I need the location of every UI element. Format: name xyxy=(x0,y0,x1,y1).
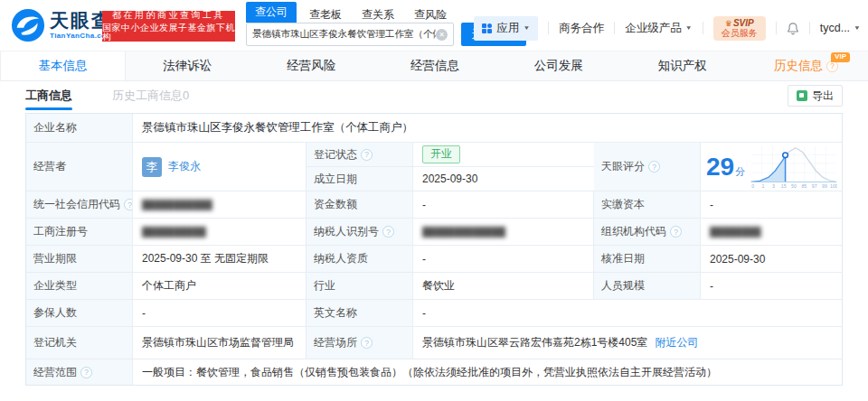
search-input[interactable] xyxy=(252,29,436,40)
tab-basic-info[interactable]: 基本信息 xyxy=(0,51,126,80)
table-row-authority: 登记机关 景德镇市珠山区市场监督管理局 经营场所? 景德镇市珠山区翠云路宏伟嘉苑… xyxy=(26,327,842,359)
search-tab-company[interactable]: 查公司 xyxy=(246,2,297,23)
svip-line2: 会员服务 xyxy=(722,28,758,39)
help-icon[interactable]: ? xyxy=(361,149,373,161)
help-icon[interactable]: ? xyxy=(382,226,394,238)
svg-text:1: 1 xyxy=(762,183,765,189)
tianyancha-logo[interactable]: 天眼查 TianYanCha.com xyxy=(11,8,113,42)
tab-history-info[interactable]: 历史信息 ? VIP xyxy=(744,51,868,80)
org-code-value: ████████ xyxy=(701,219,842,246)
search-tab-boss[interactable]: 查老板 xyxy=(309,7,342,23)
field-label: 天眼评分? xyxy=(594,143,701,191)
field-label: 统一社会信用代码? xyxy=(26,191,133,219)
field-label: 人员规模 xyxy=(594,273,701,300)
tab-history-label: 历史信息 xyxy=(774,58,823,74)
tab-intellectual-property[interactable]: 知识产权 xyxy=(620,51,744,80)
table-row-credit-code: 统一社会信用代码? ███████████ 资金数额 - 实缴资本 - xyxy=(26,191,842,219)
export-icon xyxy=(797,90,807,101)
operator-name-link[interactable]: 李俊永 xyxy=(168,159,201,174)
field-label: 组织机构代码? xyxy=(594,219,701,246)
chevron-down-icon: ▼ xyxy=(854,24,861,31)
score-distribution-chart: 0 1 3 15 50 85 97 99 100 xyxy=(750,145,837,190)
taxpayer-id-value: █████████████ xyxy=(413,219,594,246)
table-row-company-type: 企业类型 个体工商户 行业 餐饮业 人员规模 - xyxy=(26,273,842,300)
table-row: 成立日期 2025-09-30 xyxy=(307,167,594,191)
svg-text:0: 0 xyxy=(751,183,754,189)
svip-member-badge[interactable]: ♛SVIP 会员服务 xyxy=(713,16,766,41)
credit-code-value: ███████████ xyxy=(133,191,307,219)
help-icon[interactable]: ? xyxy=(648,161,660,173)
registration-authority-value: 景德镇市珠山区市场监督管理局 xyxy=(133,327,307,359)
enterprise-products-menu[interactable]: 企业级产品 ▼ xyxy=(625,21,692,36)
help-icon[interactable]: ? xyxy=(124,199,133,210)
score-unit: 分 xyxy=(735,165,745,179)
tab-company-development[interactable]: 公司发展 xyxy=(496,51,620,80)
apps-label: 应用 xyxy=(496,21,519,36)
main-tab-bar: 基本信息 法律诉讼 经营风险 经营信息 公司发展 知识产权 历史信息 ? VIP xyxy=(0,51,868,81)
status-badge: 开业 xyxy=(422,145,460,163)
field-label: 经营范围? xyxy=(26,359,133,385)
tab-operating-risk[interactable]: 经营风险 xyxy=(250,51,373,80)
apps-menu[interactable]: 应用 ▼ xyxy=(474,16,538,41)
nearby-companies-link[interactable]: 附近公司 xyxy=(655,335,698,350)
enterprise-products-label: 企业级产品 xyxy=(625,21,682,36)
help-icon[interactable]: ? xyxy=(80,367,92,378)
field-label: 经营者 xyxy=(26,143,133,191)
operator-value: 李 李俊永 xyxy=(133,143,307,191)
search-tab-relation[interactable]: 查关系 xyxy=(362,7,394,23)
field-label: 参保人数 xyxy=(26,300,133,327)
table-row: 登记状态? 开业 xyxy=(307,143,594,167)
help-icon[interactable]: ? xyxy=(361,337,373,349)
tianyancha-logo-icon xyxy=(11,8,45,42)
svg-text:85: 85 xyxy=(802,183,807,189)
user-menu[interactable]: tycd... ▼ xyxy=(820,22,861,34)
staff-size-value: - xyxy=(701,273,842,300)
business-premises-value: 景德镇市珠山区翠云路宏伟嘉苑2栋1号楼405室 附近公司 xyxy=(413,327,842,359)
divider xyxy=(776,22,777,34)
field-label: 营业期限 xyxy=(26,246,133,273)
help-icon[interactable]: ? xyxy=(670,226,682,238)
slogan-banner: 都在用的商业查询工具 国家中小企业发展子基金旗下机构 xyxy=(102,11,235,42)
field-label: 登记机关 xyxy=(26,327,133,359)
chevron-down-icon: ▼ xyxy=(523,24,530,31)
svip-line1: ♛SVIP xyxy=(722,18,758,29)
business-cooperation-link[interactable]: 商务合作 xyxy=(559,21,604,36)
subtab-history-registration-info[interactable]: 历史工商信息0 xyxy=(112,81,189,110)
header-right-nav: 应用 ▼ 商务合作 企业级产品 ▼ ♛SVIP 会员服务 xyxy=(474,14,861,42)
notification-bell-icon[interactable] xyxy=(787,22,799,35)
capital-value: - xyxy=(413,191,594,219)
vip-badge: VIP xyxy=(831,52,850,62)
divider xyxy=(703,22,703,34)
insured-count-value: - xyxy=(133,300,307,327)
divider xyxy=(614,22,615,34)
subtab-registration-info[interactable]: 工商信息 xyxy=(25,81,72,110)
chevron-down-icon: ▼ xyxy=(685,24,693,31)
registration-status-value: 开业 xyxy=(413,143,594,167)
top-header: 天眼查 TianYanCha.com 都在用的商业查询工具 国家中小企业发展子基… xyxy=(0,0,868,51)
field-label: 企业类型 xyxy=(26,273,133,300)
search-tab-risk[interactable]: 查风险 xyxy=(414,7,447,23)
table-row-insured: 参保人数 - 英文名称 - xyxy=(26,300,842,327)
table-row-reg-number: 工商注册号 ██████████ 纳税人识别号? █████████████ 组… xyxy=(26,219,842,246)
tab-business-info[interactable]: 经营信息 xyxy=(373,51,497,80)
industry-value: 餐饮业 xyxy=(413,273,594,300)
svg-text:50: 50 xyxy=(791,183,797,189)
avatar: 李 xyxy=(142,157,162,177)
approval-date-value: 2025-09-30 xyxy=(701,246,842,273)
business-scope-value: 一般项目：餐饮管理，食品销售（仅销售预包装食品）（除依法须经批准的项目外，凭营业… xyxy=(133,359,842,385)
tianyan-score-value[interactable]: 29 分 0 xyxy=(701,143,842,191)
tab-legal-proceedings[interactable]: 法律诉讼 xyxy=(126,51,250,80)
field-label: 资金数额 xyxy=(307,191,413,219)
table-row-company-name: 企业名称 景德镇市珠山区李俊永餐饮管理工作室（个体工商户） xyxy=(26,114,842,143)
username: tycd... xyxy=(820,22,850,34)
company-name-value: 景德镇市珠山区李俊永餐饮管理工作室（个体工商户） xyxy=(133,114,842,143)
clear-icon[interactable]: ✕ xyxy=(436,29,448,41)
table-row-business-term: 营业期限 2025-09-30 至 无固定期限 纳税人资质 - 核准日期 202… xyxy=(26,246,842,273)
table-row-operator: 经营者 李 李俊永 登记状态? 开业 成立日期 2025-09-30 xyxy=(26,143,842,191)
slogan-line2: 国家中小企业发展子基金旗下机构 xyxy=(102,23,235,42)
svg-text:99: 99 xyxy=(822,183,827,189)
svg-text:97: 97 xyxy=(812,183,817,189)
export-button[interactable]: 导出 xyxy=(788,85,843,107)
field-label: 成立日期 xyxy=(307,167,413,191)
english-name-value: - xyxy=(413,300,842,327)
